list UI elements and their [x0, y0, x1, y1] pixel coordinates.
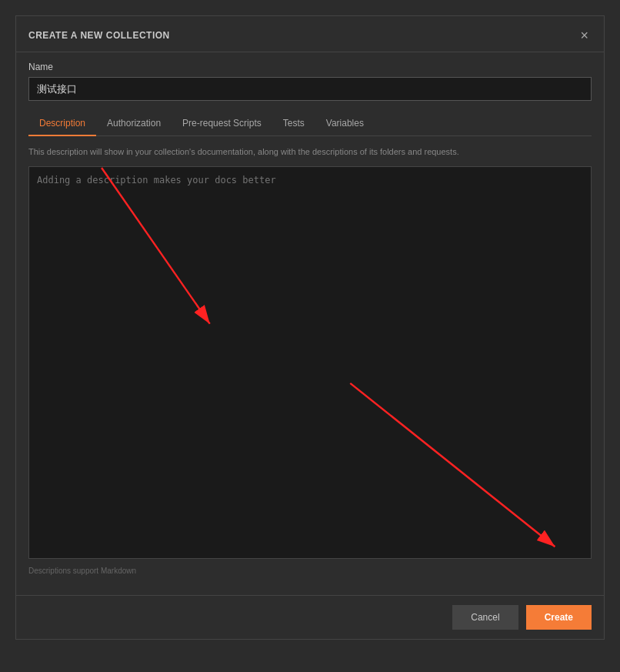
- tabs-container: Description Authorization Pre-request Sc…: [28, 112, 592, 136]
- cancel-button[interactable]: Cancel: [452, 605, 518, 630]
- name-label: Name: [28, 62, 592, 72]
- modal-footer: Cancel Create: [16, 595, 604, 639]
- modal: CREATE A NEW COLLECTION × Name Descripti…: [15, 15, 605, 640]
- tab-authorization[interactable]: Authorization: [96, 112, 172, 136]
- description-section: This description will show in your colle…: [28, 145, 592, 562]
- modal-overlay: CREATE A NEW COLLECTION × Name Descripti…: [0, 0, 620, 672]
- close-button[interactable]: ×: [577, 27, 592, 44]
- name-input[interactable]: [28, 77, 592, 101]
- modal-title: CREATE A NEW COLLECTION: [28, 30, 170, 41]
- description-hint: This description will show in your colle…: [28, 145, 592, 159]
- tab-variables[interactable]: Variables: [315, 112, 375, 136]
- tab-description[interactable]: Description: [28, 112, 96, 136]
- tab-tests[interactable]: Tests: [272, 112, 315, 136]
- tab-pre-request-scripts[interactable]: Pre-request Scripts: [172, 112, 272, 136]
- create-button[interactable]: Create: [526, 605, 592, 630]
- modal-header: CREATE A NEW COLLECTION ×: [16, 16, 604, 52]
- markdown-note: Descriptions support Markdown: [28, 567, 592, 575]
- modal-body: Name Description Authorization Pre-reque…: [16, 52, 604, 595]
- description-textarea[interactable]: [28, 166, 592, 559]
